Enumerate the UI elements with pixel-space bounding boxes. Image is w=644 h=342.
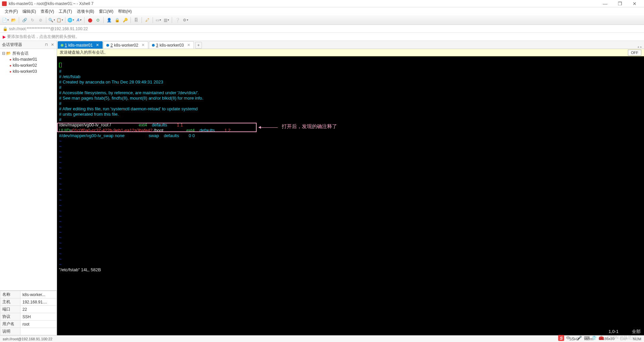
session-icon: ● <box>9 58 11 61</box>
tab-close-icon[interactable]: ✕ <box>96 43 99 47</box>
key-icon[interactable]: 🔑 <box>122 17 128 23</box>
session-icon: ● <box>9 70 11 73</box>
minimize-button[interactable]: — <box>598 0 612 7</box>
tab-worker03[interactable]: 3 k8s-worker03 ✕ <box>149 41 194 49</box>
terminal-line: # After editing this file, run 'systemct… <box>59 106 198 111</box>
content-area: 1 k8s-master01 ✕ 2 k8s-worker02 ✕ 3 k8s-… <box>57 41 644 335</box>
menu-file[interactable]: 文件(F) <box>3 8 20 15</box>
terminal-tilde: ~ <box>59 176 62 181</box>
annotation-box <box>57 123 257 132</box>
layout2-icon[interactable]: ▥▾ <box>163 17 170 23</box>
open-icon[interactable]: 📂 <box>10 17 17 23</box>
pin-icon[interactable]: ⊓ <box>44 43 49 47</box>
maximize-button[interactable]: ❐ <box>612 0 627 7</box>
tree-root-label: 所有会话 <box>12 51 29 56</box>
annotation-arrow-icon <box>258 126 261 129</box>
prop-host-label: 主机 <box>0 298 20 306</box>
separator <box>130 17 131 23</box>
tab-prev-icon[interactable]: ◂ <box>637 45 639 49</box>
status-dot-icon <box>152 44 155 47</box>
terminal-tilde: ~ <box>59 171 62 176</box>
tab-worker02[interactable]: 2 k8s-worker02 ✕ <box>103 41 148 49</box>
sidebar-header: 会话管理器 ⊓ ✕ <box>0 41 57 49</box>
session-item-master01[interactable]: ● k8s-master01 <box>0 56 57 62</box>
menu-tools[interactable]: 工具(T) <box>57 8 74 15</box>
tab-label: k8s-worker02 <box>114 43 138 48</box>
terminal-tilde: ~ <box>59 224 62 229</box>
server-icon[interactable]: 🗄 <box>133 17 140 23</box>
link-icon[interactable]: 🔗 <box>21 17 28 23</box>
menu-window[interactable]: 窗口(W) <box>97 8 115 15</box>
new-session-icon[interactable]: 📄▾ <box>2 17 9 23</box>
layout1-icon[interactable]: ▭▾ <box>155 17 162 23</box>
terminal-tilde: ~ <box>59 160 62 165</box>
ime-toolbox-icon[interactable]: 🧰 <box>599 336 604 340</box>
window-title: k8s-master01 - root@k8s-master01:~ - Xsh… <box>9 1 598 6</box>
lock-icon[interactable]: 🔒 <box>114 17 120 23</box>
session-item-worker02[interactable]: ● k8s-worker02 <box>0 62 57 68</box>
tab-number: 1 <box>65 43 67 48</box>
close-button[interactable]: ✕ <box>627 0 642 7</box>
ime-keyboard-icon[interactable]: ⌨ <box>584 336 590 340</box>
add-tab-button[interactable]: + <box>195 42 202 49</box>
status-caps: CAP <box>620 337 628 341</box>
fstab-swap-commented: #/dev/mapper/vg00-lv_swap none swap defa… <box>59 133 195 138</box>
ime-punct-icon[interactable]: •, <box>572 336 575 340</box>
prop-proto-label: 协议 <box>0 313 20 321</box>
prop-user-label: 用户名 <box>0 321 20 328</box>
close-panel-icon[interactable]: ✕ <box>50 43 55 47</box>
collapse-icon[interactable]: ⊟ <box>2 51 6 56</box>
status-connection: ssh://root@192.168.91.100:22 <box>3 337 52 341</box>
tab-next-icon[interactable]: ▸ <box>640 45 642 49</box>
stop-icon[interactable]: ⊙ <box>95 17 101 23</box>
record-icon[interactable]: ⬤ <box>87 17 93 23</box>
separator <box>19 17 19 23</box>
gear-icon[interactable]: ⚙▾ <box>182 17 189 23</box>
tab-close-icon[interactable]: ✕ <box>142 43 145 47</box>
tab-label: k8s-master01 <box>68 43 93 48</box>
ime-lang-icon[interactable]: 中 <box>566 335 570 341</box>
sogou-icon[interactable]: S <box>558 335 564 341</box>
terminal-tilde: ~ <box>59 138 62 144</box>
menu-bar: 文件(F) 编辑(E) 查看(V) 工具(T) 选项卡(B) 窗口(W) 帮助(… <box>0 7 644 15</box>
address-bar[interactable]: 🔒 ssh://root:***************@192.168.91.… <box>0 25 644 33</box>
tab-close-icon[interactable]: ✕ <box>187 43 190 47</box>
info-text: 要添加当前会话，点击左侧的箭头按钮。 <box>7 34 79 40</box>
session-properties: 名称k8s-worker... 主机192.168.91.... 端口22 协议… <box>0 290 57 335</box>
prop-port-label: 端口 <box>0 306 20 313</box>
terminal-tilde: ~ <box>59 144 62 149</box>
vim-cursor-pos: 1,0-1 <box>608 329 619 334</box>
status-bar: ssh://root@192.168.91.100:22 🔒 SSH2 xter… <box>0 335 644 342</box>
font-icon[interactable]: A▾ <box>75 17 82 23</box>
session-tree: ⊟ 📂 所有会话 ● k8s-master01 ● k8s-worker02 ●… <box>0 49 57 290</box>
main-area: 会话管理器 ⊓ ✕ ⊟ 📂 所有会话 ● k8s-master01 ● k8s-… <box>0 41 644 335</box>
menu-help[interactable]: 帮助(H) <box>116 8 134 15</box>
prop-proto-val: SSH <box>20 313 57 321</box>
tab-master01[interactable]: 1 k8s-master01 ✕ <box>58 41 103 49</box>
prop-desc-val <box>20 328 57 335</box>
ime-voice-icon[interactable]: 🎤 <box>577 336 582 340</box>
session-label: k8s-master01 <box>13 57 37 62</box>
separator <box>153 17 153 23</box>
user-icon[interactable]: 👤 <box>106 17 112 23</box>
tree-root[interactable]: ⊟ 📂 所有会话 <box>0 50 57 56</box>
disconnect-icon[interactable]: ⊘ <box>37 17 44 23</box>
session-item-worker03[interactable]: ● k8s-worker03 <box>0 68 57 74</box>
copy-icon[interactable]: 📋▾ <box>56 17 63 23</box>
session-label: k8s-worker03 <box>13 69 37 74</box>
broadcast-off-button[interactable]: OFF <box>628 50 641 56</box>
status-dot-icon <box>106 44 109 47</box>
menu-edit[interactable]: 编辑(E) <box>20 8 38 15</box>
globe-icon[interactable]: 🌐▾ <box>67 17 74 23</box>
reconnect-icon[interactable]: ↻ <box>29 17 36 23</box>
terminal-tilde: ~ <box>59 240 62 245</box>
search-icon[interactable]: 🔍▾ <box>48 17 55 23</box>
prop-user-val: root <box>20 321 57 328</box>
menu-view[interactable]: 查看(V) <box>39 8 56 15</box>
menu-tabs[interactable]: 选项卡(B) <box>75 8 96 15</box>
terminal[interactable]: # # /etc/fstab # Created by anaconda on … <box>57 56 644 335</box>
help-icon[interactable]: ❔ <box>174 17 181 23</box>
ime-skin-icon[interactable]: 👕 <box>592 336 597 340</box>
session-label: k8s-worker02 <box>13 63 37 68</box>
highlight-icon[interactable]: 🖍 <box>144 17 151 23</box>
